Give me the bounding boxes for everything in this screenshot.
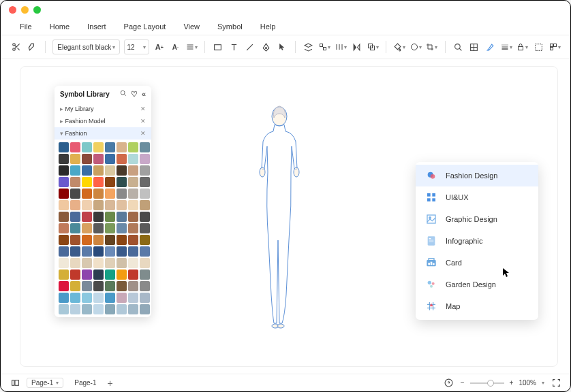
symbol-item[interactable] <box>59 235 69 245</box>
symbol-item[interactable] <box>93 154 104 164</box>
symbol-item[interactable] <box>59 200 69 210</box>
symbol-item[interactable] <box>117 165 127 176</box>
symbol-item[interactable] <box>105 154 115 164</box>
symbol-item[interactable] <box>140 235 150 245</box>
align-objects-icon[interactable]: ▾ <box>319 41 331 53</box>
symbol-item[interactable] <box>140 200 150 210</box>
flip-icon[interactable] <box>351 41 363 53</box>
zoom-in-icon[interactable]: + <box>510 379 514 387</box>
symbol-item[interactable] <box>140 258 150 268</box>
symbol-item[interactable] <box>105 212 115 222</box>
symbol-item[interactable] <box>59 165 69 176</box>
symbol-item[interactable] <box>82 281 92 291</box>
cut-icon[interactable] <box>10 41 22 53</box>
symbol-item[interactable] <box>105 270 115 280</box>
symbol-item[interactable] <box>105 223 115 233</box>
symbol-item[interactable] <box>105 246 115 257</box>
symbol-item[interactable] <box>128 258 138 268</box>
symbol-item[interactable] <box>128 223 138 233</box>
more-icon[interactable]: ▾ <box>549 41 561 53</box>
symbol-item[interactable] <box>70 142 80 152</box>
maximize-icon[interactable] <box>33 6 41 14</box>
symbol-item[interactable] <box>140 142 150 152</box>
symbol-item[interactable] <box>140 281 150 291</box>
symbol-item[interactable] <box>105 235 115 245</box>
symbol-item[interactable] <box>70 304 80 314</box>
symbol-item[interactable] <box>82 223 92 233</box>
increase-font-icon[interactable]: A+ <box>153 41 166 53</box>
symbol-item[interactable] <box>117 200 127 210</box>
group-icon[interactable]: ▾ <box>367 41 380 53</box>
collapse-icon[interactable]: « <box>142 90 146 99</box>
symbol-item[interactable] <box>93 200 104 210</box>
symbol-item[interactable] <box>140 177 150 187</box>
menu-item-infographic[interactable]: Infographic <box>416 230 538 252</box>
menu-help[interactable]: Help <box>260 22 276 31</box>
symbol-item[interactable] <box>117 246 127 257</box>
symbol-item[interactable] <box>128 165 138 176</box>
text-icon[interactable]: T <box>228 41 241 53</box>
symbol-item[interactable] <box>140 165 150 176</box>
menu-file[interactable]: File <box>20 22 32 31</box>
fashion-figure[interactable] <box>245 104 313 329</box>
symbol-item[interactable] <box>117 189 127 199</box>
symbol-item[interactable] <box>128 293 138 303</box>
symbol-item[interactable] <box>105 258 115 268</box>
symbol-item[interactable] <box>82 270 92 280</box>
pen-icon[interactable] <box>260 41 273 53</box>
menu-item-graphic-design[interactable]: Graphic Design <box>416 208 538 230</box>
menu-view[interactable]: View <box>183 22 200 31</box>
symbol-item[interactable] <box>59 258 69 268</box>
symbol-item[interactable] <box>105 304 115 314</box>
symbol-item[interactable] <box>82 177 92 187</box>
symbol-item[interactable] <box>105 281 115 291</box>
minimize-icon[interactable] <box>21 6 29 14</box>
search-icon[interactable] <box>452 41 465 53</box>
symbol-item[interactable] <box>117 177 127 187</box>
close-icon[interactable]: ✕ <box>140 130 146 137</box>
symbol-item[interactable] <box>59 281 69 291</box>
category-fashion[interactable]: ▾ Fashion ✕ <box>55 127 151 140</box>
line-icon[interactable] <box>244 41 256 53</box>
symbol-item[interactable] <box>128 235 138 245</box>
fullscreen-icon[interactable] <box>550 377 562 389</box>
symbol-item[interactable] <box>117 212 127 222</box>
symbol-item[interactable] <box>82 293 92 303</box>
symbol-item[interactable] <box>105 293 115 303</box>
menu-item-uiux[interactable]: UI&UX <box>416 186 538 208</box>
symbol-item[interactable] <box>128 154 138 164</box>
symbol-item[interactable] <box>93 281 104 291</box>
zoom-out-icon[interactable]: − <box>461 379 465 387</box>
symbol-item[interactable] <box>117 154 127 164</box>
table-icon[interactable] <box>468 41 480 53</box>
symbol-item[interactable] <box>93 293 104 303</box>
lock-icon[interactable]: ▾ <box>516 41 529 53</box>
symbol-item[interactable] <box>70 177 80 187</box>
symbol-item[interactable] <box>140 304 150 314</box>
highlight-icon[interactable] <box>484 41 497 53</box>
symbol-item[interactable] <box>59 212 69 222</box>
symbol-item[interactable] <box>70 165 80 176</box>
symbol-item[interactable] <box>93 304 104 314</box>
symbol-item[interactable] <box>140 223 150 233</box>
add-page-icon[interactable]: + <box>108 378 113 389</box>
symbol-item[interactable] <box>105 165 115 176</box>
page-select[interactable]: Page-1▾ <box>27 378 63 388</box>
symbol-item[interactable] <box>128 270 138 280</box>
symbol-item[interactable] <box>117 258 127 268</box>
symbol-item[interactable] <box>128 246 138 257</box>
symbol-item[interactable] <box>140 293 150 303</box>
distribute-icon[interactable]: ▾ <box>335 41 347 53</box>
menu-insert[interactable]: Insert <box>87 22 106 31</box>
decrease-font-icon[interactable]: A- <box>170 41 182 53</box>
symbol-item[interactable] <box>59 142 69 152</box>
menu-home[interactable]: Home <box>50 22 70 31</box>
help-icon[interactable] <box>443 377 455 389</box>
symbol-item[interactable] <box>59 293 69 303</box>
font-select[interactable]: Elegant soft black▾ <box>52 39 119 54</box>
rectangle-icon[interactable] <box>212 41 224 53</box>
symbol-item[interactable] <box>59 270 69 280</box>
zoom-slider[interactable] <box>470 382 504 384</box>
symbol-item[interactable] <box>82 246 92 257</box>
symbol-item[interactable] <box>70 270 80 280</box>
